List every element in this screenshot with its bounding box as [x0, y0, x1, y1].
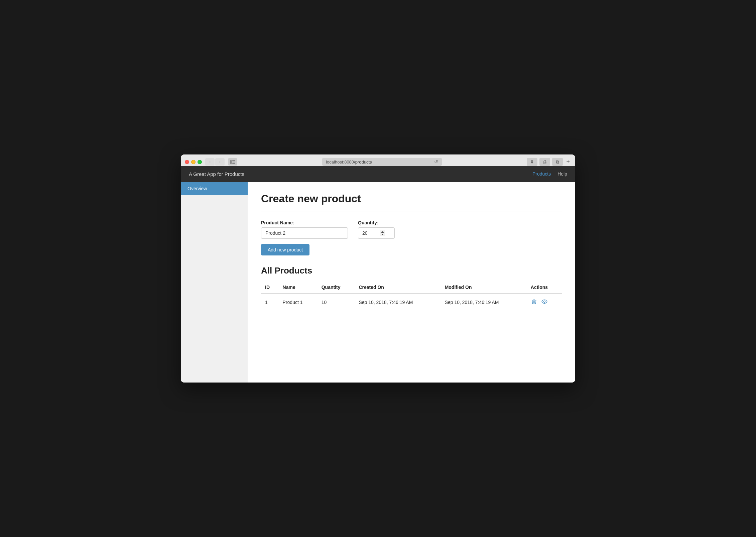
cell-modified-on: Sep 10, 2018, 7:46:19 AM	[441, 294, 527, 310]
nav-help[interactable]: Help	[557, 171, 567, 177]
svg-rect-3	[232, 163, 235, 164]
trash-icon	[531, 299, 537, 306]
table-head: ID Name Quantity Created On Modified On …	[261, 281, 562, 294]
address-bar[interactable]: localhost:8080/products ↺	[322, 158, 442, 166]
browser-top-bar: ‹ › localhost:8080/products ↺	[185, 158, 571, 166]
cell-quantity: 10	[318, 294, 355, 310]
sidebar-overview-label: Overview	[187, 186, 207, 191]
add-tab-button[interactable]: +	[565, 158, 571, 166]
sidebar: Overview	[181, 182, 248, 383]
col-quantity: Quantity	[318, 281, 355, 294]
download-button[interactable]: ⬇	[527, 158, 537, 166]
cell-name: Product 1	[279, 294, 318, 310]
url-host: localhost:8080	[326, 159, 354, 165]
col-actions: Actions	[527, 281, 562, 294]
all-products-section: All Products ID Name Quantity Created On…	[261, 265, 562, 310]
app-body: Overview Create new product Product Name…	[181, 182, 575, 383]
traffic-light-red[interactable]	[185, 160, 189, 164]
traffic-light-green[interactable]	[198, 160, 202, 164]
svg-point-9	[543, 301, 545, 302]
sidebar-item-overview[interactable]: Overview	[181, 182, 248, 195]
col-modified-on: Modified On	[441, 281, 527, 294]
reload-button[interactable]: ↺	[434, 159, 438, 165]
app-navbar: A Great App for Products Products Help	[181, 166, 575, 182]
product-name-group: Product Name:	[261, 220, 348, 239]
quantity-input[interactable]	[358, 227, 395, 239]
share-button[interactable]: ⎙	[539, 158, 550, 166]
all-products-heading: All Products	[261, 265, 562, 276]
traffic-light-yellow[interactable]	[191, 160, 196, 164]
cell-id: 1	[261, 294, 279, 310]
main-content: Create new product Product Name: Quantit…	[248, 182, 575, 383]
create-product-form: Product Name: Quantity: Add new product	[261, 220, 562, 255]
app-nav-links: Products Help	[532, 171, 567, 177]
quantity-label: Quantity:	[358, 220, 395, 225]
add-product-button[interactable]: Add new product	[261, 244, 309, 255]
product-name-label: Product Name:	[261, 220, 348, 225]
url-path: /products	[354, 159, 372, 165]
table-row: 1 Product 1 10 Sep 10, 2018, 7:46:19 AM …	[261, 294, 562, 310]
form-row: Product Name: Quantity:	[261, 220, 562, 239]
nav-buttons: ‹ ›	[205, 158, 225, 166]
svg-rect-2	[232, 162, 235, 162]
traffic-lights	[185, 160, 202, 164]
address-bar-text: localhost:8080/products	[326, 159, 372, 165]
address-bar-wrap: localhost:8080/products ↺	[241, 158, 523, 166]
table-body: 1 Product 1 10 Sep 10, 2018, 7:46:19 AM …	[261, 294, 562, 310]
back-button[interactable]: ‹	[205, 158, 215, 166]
col-created-on: Created On	[355, 281, 440, 294]
col-name: Name	[279, 281, 318, 294]
action-icons	[531, 298, 558, 306]
nav-products[interactable]: Products	[532, 171, 551, 177]
quantity-group: Quantity:	[358, 220, 395, 239]
cell-actions	[527, 294, 562, 310]
product-name-input[interactable]	[261, 227, 348, 239]
view-button[interactable]	[541, 299, 548, 306]
table-header-row: ID Name Quantity Created On Modified On …	[261, 281, 562, 294]
fullscreen-button[interactable]: ⧉	[552, 158, 563, 166]
svg-rect-5	[533, 299, 535, 300]
app-title: A Great App for Products	[189, 171, 244, 177]
page-heading: Create new product	[261, 193, 562, 212]
eye-icon	[541, 299, 547, 305]
svg-rect-0	[230, 160, 232, 164]
delete-button[interactable]	[531, 298, 537, 306]
browser-actions: ⬇ ⎙ ⧉ +	[527, 158, 571, 166]
forward-button[interactable]: ›	[215, 158, 225, 166]
svg-rect-4	[532, 300, 536, 301]
products-table: ID Name Quantity Created On Modified On …	[261, 281, 562, 310]
sidebar-toggle-button[interactable]	[228, 158, 237, 166]
browser-chrome: ‹ › localhost:8080/products ↺	[181, 154, 575, 166]
col-id: ID	[261, 281, 279, 294]
browser-window: ‹ › localhost:8080/products ↺	[181, 154, 575, 383]
cell-created-on: Sep 10, 2018, 7:46:19 AM	[355, 294, 440, 310]
svg-rect-1	[232, 160, 235, 161]
